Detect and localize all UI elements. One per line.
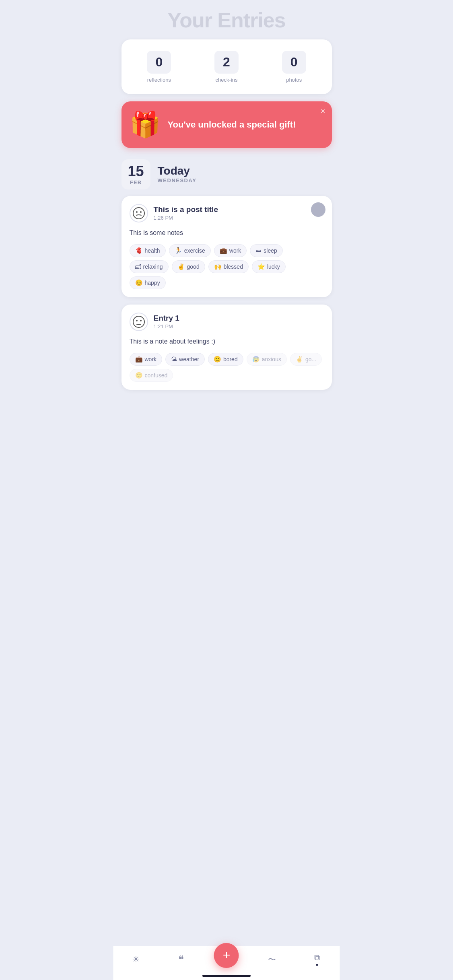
- photos-label: photos: [286, 77, 302, 83]
- post-title-2: Entry 1: [154, 314, 179, 323]
- post-tags-2: 💼 work 🌤 weather 😑 bored 😰 anxious ✌️ go…: [130, 353, 324, 382]
- reflections-count: 0: [155, 55, 163, 69]
- health-icon: 🫀: [135, 247, 143, 254]
- tag-go-label: go...: [305, 356, 316, 362]
- exercise-icon: 🏃: [175, 247, 182, 254]
- svg-point-0: [133, 208, 144, 219]
- date-today-label: Today: [158, 165, 197, 177]
- post-notes-2: This is a note about feelings :): [130, 337, 324, 346]
- weather-icon: 🌤: [171, 356, 177, 362]
- post-notes-1: This is some notes: [130, 228, 324, 238]
- happy-icon: 😊: [135, 279, 143, 286]
- tag-bored-label: bored: [223, 356, 238, 362]
- page: Your Entries 0 reflections 2 check-ins 0…: [113, 0, 340, 490]
- date-day: 15: [128, 163, 144, 179]
- tag-relaxing-label: relaxing: [143, 264, 163, 270]
- reflections-label: reflections: [147, 77, 171, 83]
- gift-icon: 🎁: [130, 110, 161, 139]
- stat-photos: 0 photos: [260, 51, 328, 83]
- tag-work[interactable]: 💼 work: [214, 244, 247, 257]
- date-info: Today WEDNESDAY: [158, 165, 197, 183]
- work2-icon: 💼: [135, 356, 143, 363]
- blessed-icon: 🙌: [214, 263, 222, 270]
- gift-text: You've unlocked a special gift!: [168, 119, 296, 131]
- post-time-2: 1:21 PM: [154, 323, 179, 329]
- reflections-count-box: 0: [147, 51, 171, 74]
- post-card-1[interactable]: This is a post title 1:26 PM This is som…: [121, 196, 332, 297]
- tag-health-label: health: [145, 247, 160, 254]
- tag-confused[interactable]: 😕 confused: [130, 369, 173, 382]
- tag-work2-label: work: [145, 356, 157, 362]
- tag-lucky[interactable]: ⭐ lucky: [252, 260, 286, 273]
- post-header-2: Entry 1 1:21 PM: [130, 313, 324, 331]
- post-card-2[interactable]: Entry 1 1:21 PM This is a note about fee…: [121, 305, 332, 390]
- tag-anxious-label: anxious: [262, 356, 281, 362]
- tag-happy-label: happy: [145, 280, 160, 286]
- go-icon: ✌️: [296, 356, 303, 363]
- work-icon: 💼: [220, 247, 227, 254]
- post-title-group-1: This is a post title 1:26 PM: [154, 205, 218, 221]
- bored-icon: 😑: [214, 356, 221, 363]
- post-header-1: This is a post title 1:26 PM: [130, 204, 324, 222]
- tag-weather[interactable]: 🌤 weather: [165, 353, 205, 366]
- good-icon: ✌️: [177, 263, 185, 270]
- post-title-group-2: Entry 1 1:21 PM: [154, 314, 179, 329]
- tag-sleep-label: sleep: [264, 247, 277, 254]
- checkins-count: 2: [223, 55, 230, 69]
- stats-card: 0 reflections 2 check-ins 0 photos: [121, 39, 332, 94]
- tag-anxious[interactable]: 😰 anxious: [247, 353, 287, 366]
- post-avatar-1: [130, 204, 148, 222]
- tag-bored[interactable]: 😑 bored: [208, 353, 243, 366]
- post-title-1: This is a post title: [154, 205, 218, 214]
- tag-confused-label: confused: [145, 372, 168, 379]
- tag-happy[interactable]: 😊 happy: [130, 276, 166, 289]
- post-tags-1: 🫀 health 🏃 exercise 💼 work 🛏 sleep 🛋 rel…: [130, 244, 324, 289]
- stat-checkins: 2 check-ins: [193, 51, 260, 83]
- sleep-icon: 🛏: [255, 247, 262, 254]
- relaxing-icon: 🛋: [135, 263, 141, 270]
- tag-exercise[interactable]: 🏃 exercise: [169, 244, 211, 257]
- date-section: 15 FEB Today WEDNESDAY: [121, 159, 332, 189]
- svg-point-4: [136, 320, 138, 321]
- tag-weather-label: weather: [179, 356, 199, 362]
- post-time-1: 1:26 PM: [154, 215, 218, 221]
- post-avatar-2: [130, 313, 148, 331]
- tag-good-label: good: [187, 264, 200, 270]
- tag-lucky-label: lucky: [267, 264, 280, 270]
- tag-relaxing[interactable]: 🛋 relaxing: [130, 260, 169, 273]
- page-title: Your Entries: [113, 0, 340, 36]
- date-box: 15 FEB: [121, 159, 150, 189]
- gift-banner: 🎁 You've unlocked a special gift! ×: [121, 101, 332, 148]
- svg-point-2: [140, 211, 142, 213]
- tag-go[interactable]: ✌️ go...: [290, 353, 322, 366]
- tag-work-2[interactable]: 💼 work: [130, 353, 163, 366]
- photos-count-box: 0: [282, 51, 306, 74]
- post-more-button-1[interactable]: [311, 202, 325, 217]
- stat-reflections: 0 reflections: [126, 51, 193, 83]
- tag-work-label: work: [229, 247, 241, 254]
- date-month: FEB: [128, 179, 144, 185]
- svg-point-5: [140, 320, 142, 321]
- tag-exercise-label: exercise: [184, 247, 205, 254]
- date-weekday: WEDNESDAY: [158, 177, 197, 183]
- lucky-icon: ⭐: [257, 263, 265, 270]
- tag-blessed-label: blessed: [224, 264, 243, 270]
- tag-good[interactable]: ✌️ good: [172, 260, 205, 273]
- tag-sleep[interactable]: 🛏 sleep: [250, 244, 282, 257]
- gift-close-button[interactable]: ×: [321, 107, 325, 115]
- checkins-count-box: 2: [214, 51, 239, 74]
- photos-count: 0: [290, 55, 298, 69]
- svg-point-1: [136, 211, 138, 213]
- tag-health[interactable]: 🫀 health: [130, 244, 166, 257]
- anxious-icon: 😰: [252, 356, 260, 363]
- tag-blessed[interactable]: 🙌 blessed: [208, 260, 249, 273]
- checkins-label: check-ins: [216, 77, 238, 83]
- confused-icon: 😕: [135, 372, 143, 379]
- svg-point-3: [133, 316, 144, 327]
